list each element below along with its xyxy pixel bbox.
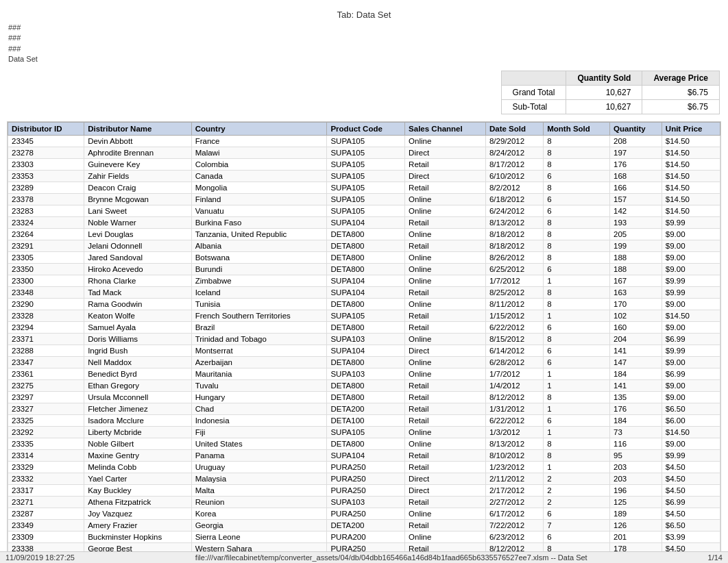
table-cell: Retail <box>405 414 486 426</box>
summary-grand-total-row: Grand Total 10,627 $6.75 <box>501 85 719 99</box>
table-cell: Retail <box>405 403 486 414</box>
table-cell: 23289 <box>8 182 84 193</box>
table-cell: 8 <box>544 147 610 158</box>
table-cell: 8/18/2012 <box>485 240 543 251</box>
table-cell: 8/12/2012 <box>485 391 543 403</box>
table-cell: Keaton Wolfe <box>84 310 192 321</box>
table-cell: 6/14/2012 <box>485 345 543 356</box>
table-cell: Online <box>405 263 486 275</box>
table-cell: 23329 <box>8 461 84 473</box>
table-row: 23329Melinda CobbUruguayPURA250Retail1/2… <box>8 461 720 473</box>
table-cell: 23264 <box>8 228 84 240</box>
table-cell: Rama Goodwin <box>84 298 192 310</box>
col-header-date-sold: Date Sold <box>485 122 543 135</box>
table-cell: 6 <box>544 356 610 368</box>
sub-total-avg: $6.75 <box>642 99 720 114</box>
col-header-sales-channel: Sales Channel <box>405 122 486 135</box>
table-row: 23290Rama GoodwinTunisiaDETA800Online8/1… <box>8 298 720 310</box>
table-cell: Online <box>405 508 486 519</box>
table-cell: United States <box>191 438 327 449</box>
table-cell: 160 <box>610 321 662 333</box>
table-cell: Online <box>405 251 486 263</box>
table-cell: Online <box>405 438 486 449</box>
table-cell: $6.50 <box>662 519 720 531</box>
table-row: 23294Samuel AyalaBrazilDETA800Retail6/22… <box>8 321 720 333</box>
table-cell: $4.50 <box>662 473 720 484</box>
table-cell: Retail <box>405 496 486 508</box>
table-cell: 1/31/2012 <box>485 403 543 414</box>
table-cell: Botswana <box>191 251 327 263</box>
main-data-table: Distributor IDDistributor NameCountryPro… <box>8 122 720 563</box>
table-cell: Malta <box>191 484 327 496</box>
table-cell: Jelani Odonnell <box>84 240 192 251</box>
table-cell: 23335 <box>8 438 84 449</box>
table-cell: 199 <box>610 240 662 251</box>
table-cell: 8/25/2012 <box>485 286 543 298</box>
table-row: 23345Devin AbbottFranceSUPA105Online8/29… <box>8 135 720 147</box>
table-cell: DETA100 <box>327 414 405 426</box>
table-cell: Korea <box>191 508 327 519</box>
table-cell: 23278 <box>8 147 84 158</box>
table-cell: 6/22/2012 <box>485 414 543 426</box>
table-cell: 6 <box>544 170 610 182</box>
table-cell: 8 <box>544 216 610 228</box>
table-cell: Georgia <box>191 519 327 531</box>
table-cell: French Southern Territories <box>191 310 327 321</box>
table-cell: SUPA104 <box>327 275 405 286</box>
col-header-quantity: Quantity <box>610 122 662 135</box>
table-cell: 141 <box>610 345 662 356</box>
table-cell: Melinda Cobb <box>84 461 192 473</box>
table-cell: $9.99 <box>662 345 720 356</box>
table-cell: Tuvalu <box>191 379 327 391</box>
table-cell: Finland <box>191 193 327 205</box>
table-cell: SUPA103 <box>327 496 405 508</box>
table-cell: 6/18/2012 <box>485 193 543 205</box>
table-cell: Retail <box>405 216 486 228</box>
table-cell: $9.00 <box>662 356 720 368</box>
table-cell: Montserrat <box>191 345 327 356</box>
table-cell: PURA250 <box>327 461 405 473</box>
table-cell: 2 <box>544 496 610 508</box>
table-cell: SUPA104 <box>327 345 405 356</box>
table-cell: 8 <box>544 333 610 345</box>
table-row: 23324Noble WarnerBurkina FasoSUPA104Reta… <box>8 216 720 228</box>
table-cell: Direct <box>405 345 486 356</box>
table-cell: 1/4/2012 <box>485 379 543 391</box>
table-cell: $6.99 <box>662 496 720 508</box>
table-cell: $14.50 <box>662 147 720 158</box>
table-cell: SUPA105 <box>327 158 405 170</box>
table-cell: 189 <box>610 508 662 519</box>
table-cell: 1/23/2012 <box>485 461 543 473</box>
table-cell: Devin Abbott <box>84 135 192 147</box>
summary-avg-header: Average Price <box>642 71 720 85</box>
table-cell: DETA800 <box>327 240 405 251</box>
table-cell: 23332 <box>8 473 84 484</box>
table-cell: 23345 <box>8 135 84 147</box>
footer-filepath: file:///var/filecabinet/temp/converter_a… <box>195 553 587 562</box>
table-cell: DETA800 <box>327 379 405 391</box>
table-cell: $9.99 <box>662 216 720 228</box>
table-cell: Hiroko Acevedo <box>84 263 192 275</box>
table-cell: Benedict Byrd <box>84 368 192 379</box>
table-cell: Ursula Mcconnell <box>84 391 192 403</box>
table-cell: Malawi <box>191 147 327 158</box>
table-cell: DETA800 <box>327 228 405 240</box>
table-cell: 8/17/2012 <box>485 158 543 170</box>
table-cell: Yael Carter <box>84 473 192 484</box>
table-cell: 166 <box>610 182 662 193</box>
table-row: 23291Jelani OdonnellAlbaniaDETA800Retail… <box>8 240 720 251</box>
table-cell: 8/24/2012 <box>485 147 543 158</box>
table-cell: Reunion <box>191 496 327 508</box>
table-cell: 23327 <box>8 403 84 414</box>
table-cell: Canada <box>191 170 327 182</box>
table-cell: SUPA105 <box>327 182 405 193</box>
table-cell: 8/29/2012 <box>485 135 543 147</box>
table-cell: 125 <box>610 496 662 508</box>
table-cell: $9.99 <box>662 275 720 286</box>
table-cell: 23271 <box>8 496 84 508</box>
table-row: 23288Ingrid BushMontserratSUPA104Direct6… <box>8 345 720 356</box>
table-cell: PURA200 <box>327 531 405 542</box>
table-cell: Iceland <box>191 286 327 298</box>
table-cell: $14.50 <box>662 205 720 216</box>
table-cell: Trinidad and Tobago <box>191 333 327 345</box>
